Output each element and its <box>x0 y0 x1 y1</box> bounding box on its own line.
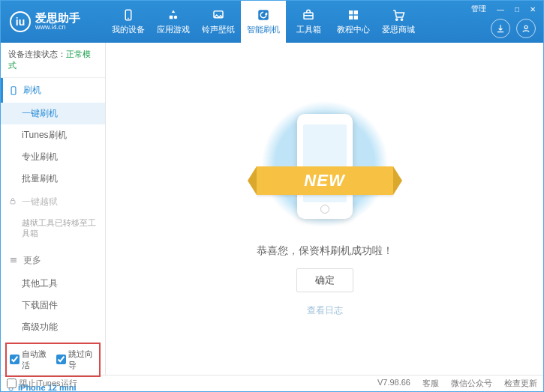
svg-point-10 <box>401 19 402 20</box>
option-checkboxes: 自动激活 跳过向导 <box>5 343 101 377</box>
svg-rect-8 <box>354 16 358 19</box>
phone-small-icon <box>8 85 19 96</box>
app-site: www.i4.cn <box>35 24 80 31</box>
nav-my-device[interactable]: 我的设备 <box>106 1 151 43</box>
nav-tutorials[interactable]: 教程中心 <box>331 1 376 43</box>
success-illustration: NEW <box>261 100 389 235</box>
svg-rect-6 <box>354 10 358 14</box>
toolbox-icon <box>301 8 316 22</box>
new-ribbon: NEW <box>257 166 393 195</box>
nav-toolbox[interactable]: 工具箱 <box>286 1 331 43</box>
check-update-link[interactable]: 检查更新 <box>504 378 537 389</box>
sidebar-item-oneclick-flash[interactable]: 一键刷机 <box>1 103 105 124</box>
menu-button[interactable]: 管理 <box>468 4 489 14</box>
version-label: V7.98.66 <box>377 378 410 389</box>
sidebar-item-pro-flash[interactable]: 专业刷机 <box>1 146 105 168</box>
sidebar-flash-header[interactable]: 刷机 <box>1 78 105 103</box>
phone-icon <box>121 8 136 22</box>
wechat-link[interactable]: 微信公众号 <box>451 378 492 389</box>
sidebar-jailbreak-header: 一键越狱 <box>1 190 105 214</box>
download-button[interactable] <box>491 19 510 38</box>
sidebar-item-itunes-flash[interactable]: iTunes刷机 <box>1 124 105 146</box>
svg-point-9 <box>396 19 398 20</box>
app-name: 爱思助手 <box>35 12 80 25</box>
skip-wizard-checkbox[interactable]: 跳过向导 <box>56 349 97 371</box>
sidebar-item-batch-flash[interactable]: 批量刷机 <box>1 168 105 190</box>
app-header: iu 爱思助手 www.i4.cn 我的设备 应用游戏 铃声壁纸 智能刷机 工具… <box>1 1 543 43</box>
sidebar-item-download-firmware[interactable]: 下载固件 <box>1 295 105 316</box>
sidebar-more-header[interactable]: 更多 <box>1 248 105 273</box>
menu-icon <box>8 255 19 265</box>
nav-apps-games[interactable]: 应用游戏 <box>151 1 196 43</box>
sidebar-item-other-tools[interactable]: 其他工具 <box>1 273 105 295</box>
svg-rect-12 <box>11 86 16 94</box>
main-content: NEW 恭喜您，保资料刷机成功啦！ 确定 查看日志 <box>106 43 543 375</box>
svg-point-11 <box>524 25 527 28</box>
logo-area: iu 爱思助手 www.i4.cn <box>1 11 106 32</box>
success-message: 恭喜您，保资料刷机成功啦！ <box>257 244 393 258</box>
connection-status: 设备连接状态：正常模式 <box>1 43 105 78</box>
grid-icon <box>346 8 361 22</box>
sidebar-item-advanced[interactable]: 高级功能 <box>1 316 105 338</box>
apps-icon <box>166 8 181 22</box>
sidebar: 设备连接状态：正常模式 刷机 一键刷机 iTunes刷机 专业刷机 批量刷机 一… <box>1 43 106 375</box>
svg-rect-7 <box>349 16 353 19</box>
block-itunes-checkbox[interactable]: 阻止iTunes运行 <box>7 378 77 389</box>
nav-store[interactable]: 爱思商城 <box>376 1 421 43</box>
customer-service-link[interactable]: 客服 <box>422 378 439 389</box>
svg-rect-13 <box>11 201 15 205</box>
confirm-button[interactable]: 确定 <box>296 268 353 292</box>
jailbreak-note: 越狱工具已转移至工具箱 <box>1 214 105 245</box>
view-log-link[interactable]: 查看日志 <box>307 304 343 317</box>
cart-icon <box>391 8 406 22</box>
auto-activate-checkbox[interactable]: 自动激活 <box>10 349 50 371</box>
lock-icon <box>8 196 17 208</box>
app-logo-icon: iu <box>10 11 31 32</box>
refresh-icon <box>256 8 271 22</box>
media-icon <box>211 8 226 22</box>
nav-ringtone-wallpaper[interactable]: 铃声壁纸 <box>196 1 241 43</box>
user-button[interactable] <box>516 19 536 38</box>
nav-smart-flash[interactable]: 智能刷机 <box>241 1 286 43</box>
top-nav: 我的设备 应用游戏 铃声壁纸 智能刷机 工具箱 教程中心 爱思商城 <box>106 1 421 43</box>
svg-rect-5 <box>349 10 353 14</box>
